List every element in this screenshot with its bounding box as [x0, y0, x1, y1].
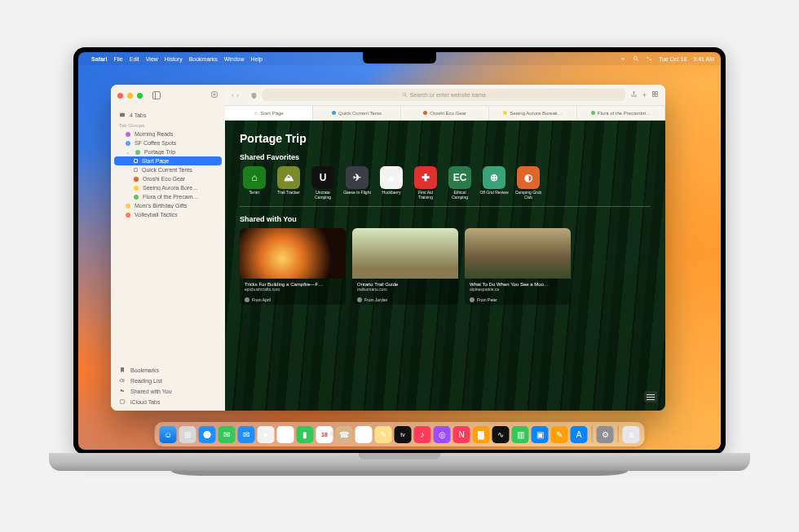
favorite-item[interactable]: ⛰Trail Tracker: [274, 166, 303, 200]
sidebar-tab-item[interactable]: Flora of the Precam…: [114, 192, 222, 201]
dock-pages-icon[interactable]: ✎: [551, 426, 568, 443]
sidebar-tab-group[interactable]: Mom's Birthday Gifts: [114, 201, 222, 210]
menu-bookmarks[interactable]: Bookmarks: [189, 56, 218, 62]
favorite-tile-icon: ✚: [414, 166, 437, 189]
dock-news-icon[interactable]: N: [453, 426, 470, 443]
favorite-tile-icon: ✈: [346, 166, 369, 189]
dock-numbers-icon[interactable]: ▥: [512, 426, 529, 443]
shared-card[interactable]: What To Do When You See a Moo…alpinespar…: [465, 228, 571, 305]
favorite-item[interactable]: ◐Camping Grub Club: [514, 166, 543, 200]
spotlight-icon[interactable]: [633, 55, 639, 62]
sidebar-tab-group[interactable]: Volleyball Tactics: [114, 210, 222, 219]
sidebar-tab-item[interactable]: Start Page: [114, 156, 222, 165]
tabs-count-label: 4 Tabs: [130, 112, 147, 118]
dock-facetime-icon[interactable]: ▮: [297, 426, 314, 443]
favorite-item[interactable]: ECEthical Camping: [445, 166, 475, 200]
dock-finder-icon[interactable]: ☺: [160, 426, 177, 443]
tab[interactable]: Seeing Aurora Boreali…: [489, 106, 577, 120]
dock-tv-icon[interactable]: tv: [395, 426, 412, 443]
menubar-date[interactable]: Tue Oct 18: [659, 56, 686, 62]
dock-maps-icon[interactable]: ➤: [258, 426, 275, 443]
favorite-item[interactable]: ▲Huckberry: [377, 166, 406, 200]
sidebar-toggle-icon[interactable]: [152, 91, 161, 99]
dock-contacts-icon[interactable]: ☎: [336, 426, 353, 443]
dock-messages-icon[interactable]: ✉: [219, 426, 236, 443]
dock-separator: [592, 426, 593, 442]
dock-podcasts-icon[interactable]: ◎: [434, 426, 451, 443]
tab[interactable]: ☆Start Page: [225, 106, 313, 120]
dock-reminders-icon[interactable]: ☰: [355, 426, 373, 443]
dock-books-icon[interactable]: ▇: [473, 426, 490, 443]
dock-settings-icon[interactable]: ⚙: [597, 426, 614, 443]
address-bar[interactable]: Search or enter website name: [263, 89, 625, 101]
sidebar-tab-item[interactable]: Oroshi Eco Gear: [114, 174, 222, 183]
menu-help[interactable]: Help: [251, 56, 263, 62]
tab[interactable]: Quick Current Tents: [313, 106, 401, 120]
dock-notes-icon[interactable]: ✎: [375, 426, 392, 443]
control-center-icon[interactable]: [646, 55, 652, 62]
favorite-label: Ethical Camping: [445, 191, 475, 200]
new-tab-icon[interactable]: +: [642, 91, 647, 99]
shared-card[interactable]: Ontario Trail Guidetrailsontario.comFrom…: [352, 228, 458, 305]
forward-button[interactable]: ›: [236, 91, 239, 99]
favorite-item[interactable]: ⊕Off Grid Review: [479, 166, 509, 200]
dock-mail-icon[interactable]: ✉: [238, 426, 255, 443]
sidebar-bookmarks[interactable]: Bookmarks: [111, 365, 225, 376]
menu-edit[interactable]: Edit: [130, 56, 139, 62]
dock-safari-icon[interactable]: [199, 426, 216, 443]
shared-card[interactable]: Tricks For Building a Campfire—F…epicbus…: [240, 228, 346, 305]
menu-view[interactable]: View: [146, 56, 158, 62]
dock: ☺⊞✉✉➤✿▮18☎☰✎tv♪◎N▇∿▥▣✎A⚙🗑: [155, 422, 645, 446]
sidebar-reading-list[interactable]: Reading List: [111, 376, 225, 386]
favorites-row: ⌂Tentrr⛰Trail TrackerUUncrate Camping✈Ge…: [240, 166, 651, 200]
menu-history[interactable]: History: [165, 56, 183, 62]
tab[interactable]: Oroshi Eco Gear: [401, 106, 489, 120]
svg-point-15: [121, 389, 123, 392]
share-icon[interactable]: [630, 90, 638, 99]
back-button[interactable]: ‹: [232, 91, 234, 99]
laptop-frame: Safari File Edit View History Bookmarks …: [73, 47, 726, 487]
sidebar-shared-with-you[interactable]: Shared with You: [111, 386, 225, 397]
wifi-icon[interactable]: [620, 55, 626, 62]
star-icon: ☆: [254, 110, 258, 116]
dock-appstore-icon[interactable]: A: [571, 426, 588, 443]
tab-favicon: [591, 111, 595, 115]
avatar: [245, 297, 249, 302]
dock-launchpad-icon[interactable]: ⊞: [179, 426, 196, 443]
sidebar-icloud-tabs[interactable]: iCloud Tabs: [111, 397, 225, 407]
privacy-shield-icon[interactable]: [250, 88, 258, 103]
menu-file[interactable]: File: [113, 56, 122, 62]
sidebar-tab-item[interactable]: Seeing Aurora Bore…: [114, 183, 222, 192]
zoom-button[interactable]: [137, 93, 143, 99]
app-name[interactable]: Safari: [91, 56, 107, 62]
dock-trash-icon[interactable]: 🗑: [623, 426, 640, 443]
dock-music-icon[interactable]: ♪: [414, 426, 431, 443]
dock-stocks-icon[interactable]: ∿: [492, 426, 510, 443]
sidebar-tab-group[interactable]: SF Coffee Spots: [114, 138, 222, 147]
sidebar-tab-item[interactable]: Quick Current Tents: [114, 165, 222, 174]
tab-favicon: [332, 111, 336, 115]
sidebar-tab-group[interactable]: Morning Reads: [114, 130, 222, 138]
menu-window[interactable]: Window: [224, 56, 245, 62]
customize-start-page-icon[interactable]: [644, 391, 657, 402]
dock-calendar-icon[interactable]: 18: [316, 426, 333, 443]
tab[interactable]: Flora of the Precambri…: [577, 106, 665, 120]
dock-photos-icon[interactable]: ✿: [277, 426, 294, 443]
favorite-item[interactable]: ⌂Tentrr: [240, 166, 269, 200]
group-color-icon: [126, 204, 130, 209]
close-button[interactable]: [117, 93, 123, 99]
sidebar-tab-group[interactable]: ⌄Portage Trip: [114, 147, 222, 156]
dock-keynote-icon[interactable]: ▣: [532, 426, 549, 443]
favorite-tile-icon: ⊕: [483, 166, 505, 189]
tab-favicon: [134, 186, 139, 191]
tab-groups-label: Tab Groups: [111, 121, 225, 130]
tab-overview-icon[interactable]: [651, 90, 659, 99]
favorite-item[interactable]: ✚First Aid Training: [411, 166, 440, 200]
favorite-item[interactable]: UUncrate Camping: [308, 166, 338, 200]
new-tab-group-icon[interactable]: [210, 90, 219, 100]
menubar-time[interactable]: 9:41 AM: [693, 56, 714, 62]
favorite-item[interactable]: ✈Geese in Flight: [342, 166, 372, 200]
card-source: trailsontario.com: [357, 287, 453, 292]
tabs-count-header[interactable]: 4 Tabs: [111, 109, 225, 121]
minimize-button[interactable]: [127, 93, 133, 99]
